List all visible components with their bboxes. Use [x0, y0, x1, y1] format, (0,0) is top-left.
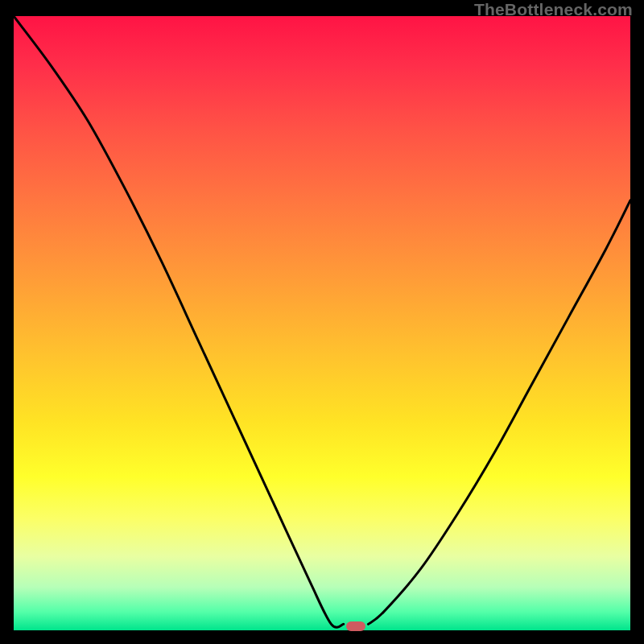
chart-frame: TheBottleneck.com	[0, 0, 644, 644]
watermark-text: TheBottleneck.com	[474, 0, 633, 19]
bottleneck-curve-right	[368, 200, 630, 624]
bottleneck-curve-left	[14, 16, 344, 627]
curve-layer	[14, 16, 630, 630]
optimum-marker	[346, 621, 365, 631]
